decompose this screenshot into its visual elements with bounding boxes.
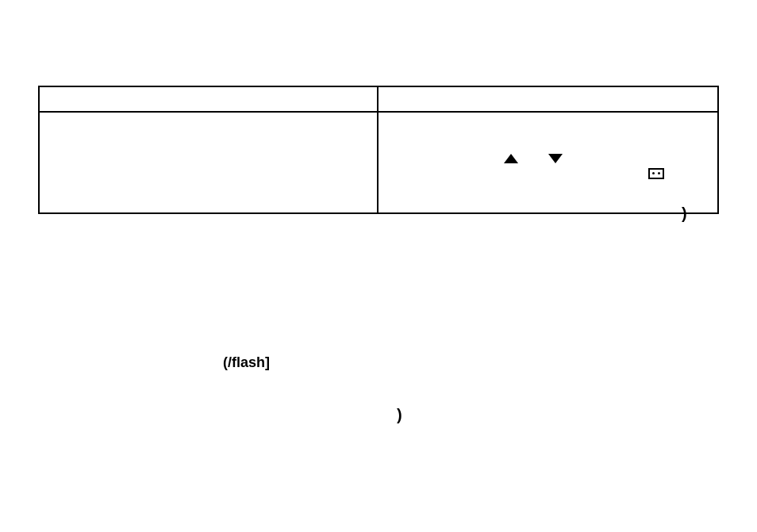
close-paren-1: ) [682, 205, 687, 223]
close-paren-2: ) [397, 406, 402, 424]
header-cell-2 [378, 86, 718, 112]
main-table: ) [38, 86, 719, 214]
table-content-row: ) [39, 112, 718, 213]
content-cell-1 [39, 112, 378, 213]
up-arrow-icon [504, 154, 518, 163]
table-header-row [39, 86, 718, 112]
table-container: ) [38, 86, 719, 214]
flash-label: (/flash] [223, 354, 270, 371]
dotted-box-icon [648, 168, 664, 179]
header-cell-1 [39, 86, 378, 112]
content-cell-2: ) [378, 112, 718, 213]
down-arrow-icon [548, 154, 563, 163]
